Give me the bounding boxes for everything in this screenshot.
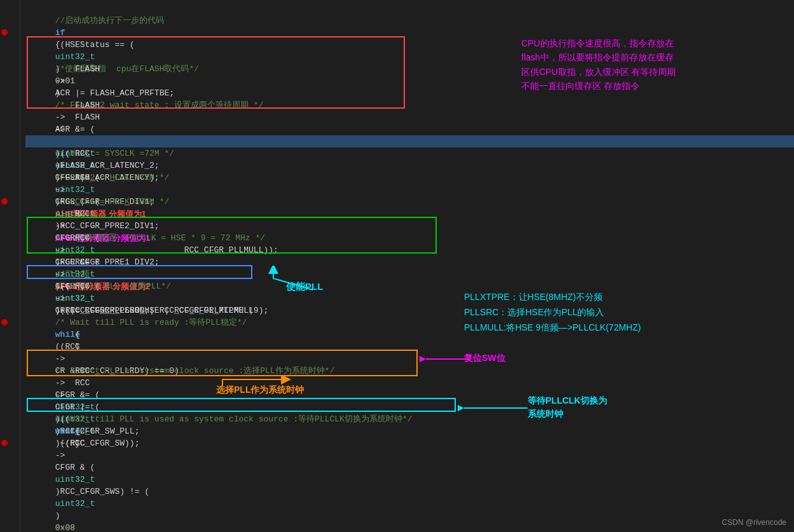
ln-16 [0, 184, 20, 196]
ln-32 [0, 377, 20, 389]
ln-14 [0, 160, 20, 172]
ln-21 [0, 244, 20, 256]
ln-7 [0, 75, 20, 87]
ln-10 [0, 111, 20, 123]
code-line-6 [25, 63, 794, 75]
ln-24 [0, 280, 20, 292]
ln-5 [0, 51, 20, 63]
code-line-5: FLASH -> ACR |= FLASH_ACR_PRFTBE; [25, 51, 794, 63]
ln-42 [0, 498, 20, 510]
code-line-17: RCC -> CFGR |= ( uint32_t )RCC_CFGR_PPRE… [25, 196, 794, 208]
code-line-8: FLASH -> ACR &= ( uint32_t )(( uint32_t … [25, 87, 794, 99]
code-area: //启动成功执行下一步的代码 if (HSEStatus == ( uint32… [20, 0, 794, 532]
code-line-31: RCC -> CFGR |= ( uint32_t )RCC_CFGR_SW_P… [25, 365, 794, 377]
code-line-23: RCC -> CR |= RCC_CR_PLLON; [25, 268, 794, 280]
code-line-7: /* Flash 2 wait state : 设置成两个等待周期 */ [25, 75, 794, 87]
code-36-indent: } [55, 439, 80, 448]
type-34b: uint32_t [55, 499, 95, 508]
code-line-26: while ((RCC -> CR & RCC_CR_PLLRDY) == 0) [25, 304, 794, 317]
ln-13 [0, 147, 20, 160]
code-line-35: { [25, 413, 794, 425]
code-line-32 [25, 377, 794, 389]
ln-26 [0, 304, 20, 317]
ln-2 [0, 15, 20, 27]
ln-41 [0, 486, 20, 498]
main-container: //启动成功执行下一步的代码 if (HSEStatus == ( uint32… [0, 0, 794, 532]
ln-43 [0, 510, 20, 522]
ln-25 [0, 292, 20, 304]
code-34c: )RCC_CFGR_SWS) != ( [55, 487, 149, 496]
code-line-4: /*使能预取指 cpu在FLASH取代码*/ [25, 39, 794, 51]
ln-40 [0, 474, 20, 486]
type-34: uint32_t [55, 475, 95, 484]
code-line-14: RCC -> CFGR |= ( uint32_t )RCC_CFGR_PPRE… [25, 160, 794, 172]
ln-39 [0, 461, 20, 474]
code-line-13: /* PCLK2 = HCLK =72M */ [25, 147, 794, 160]
code-line-1: //启动成功执行下一步的代码 [25, 3, 794, 15]
ln-3 [0, 27, 20, 39]
code-line-22: /* Enable PLL :使能PLL*/ [25, 256, 794, 268]
ln-12 [0, 135, 20, 147]
code-line-19: RCC -> CFGR &= ( uint32_t )(( uint32_t )… [25, 220, 794, 232]
code-line-11: /* HCLK = SYSCLK =72M */ [25, 123, 794, 135]
code-line-36: } [25, 425, 794, 437]
ln-30 [0, 353, 20, 365]
ln-19 [0, 220, 20, 232]
ln-6 [0, 63, 20, 75]
code-line-34: while ((RCC -> CFGR & ( uint32_t )RCC_CF… [25, 401, 794, 413]
ln-11 [0, 123, 20, 135]
watermark: CSDN @rivencode [722, 518, 786, 527]
ln-18 [0, 208, 20, 220]
code-line-15: /* PCLK1 = HCLK =36M */ [25, 172, 794, 184]
code-line-18: /* 锁相环配置: PLLCLK = HSE * 9 = 72 MHz */ [25, 208, 794, 220]
ln-22 [0, 256, 20, 268]
code-line-20: RCC_CFGR_PLLMULL)); [25, 232, 794, 244]
code-line-3: { [25, 27, 794, 39]
ln-27 [0, 317, 20, 329]
line-numbers [0, 0, 20, 532]
code-line-33: /* Wait till PLL is used as system clock… [25, 389, 794, 401]
ln-9 [0, 99, 20, 111]
code-line-24 [25, 280, 794, 292]
code-34d: ) [55, 511, 60, 521]
code-line-10 [25, 111, 794, 123]
ln-15 [0, 172, 20, 184]
code-line-30: RCC -> CFGR &= ( uint32_t )(( uint32_t )… [25, 353, 794, 365]
ln-20 [0, 232, 20, 244]
ln-1 [0, 3, 20, 15]
ln-36 [0, 425, 20, 437]
ln-28 [0, 329, 20, 341]
ln-17 [0, 196, 20, 208]
ln-34 [0, 401, 20, 413]
code-line-25: /* Wait till PLL is ready :等待PLL稳定*/ [25, 292, 794, 304]
ln-35 [0, 413, 20, 425]
code-line-9: FLASH -> ACR |= ( uint32_t )FLASH_ACR_LA… [25, 99, 794, 111]
code-line-27: { [25, 317, 794, 329]
code-line-21: RCC -> CFGR |= ( uint32_t )(RCC_CFGR_PLL… [25, 244, 794, 256]
ln-29 [0, 341, 20, 353]
ln-38 [0, 449, 20, 461]
ln-33 [0, 389, 20, 401]
ln-23 [0, 268, 20, 280]
code-line-12: RCC -> CFGR |= ( uint32_t )RCC_CFGR_HPRE… [25, 135, 794, 147]
hex-34: 0x08 [55, 523, 75, 532]
ln-8 [0, 87, 20, 99]
code-34b: CFGR & ( [55, 463, 95, 472]
arrow-34: -> [55, 451, 65, 460]
code-line-16 [25, 184, 794, 196]
code-line-2: if (HSEStatus == ( uint32_t ) 0x01 ) [25, 15, 794, 27]
ln-31 [0, 365, 20, 377]
ln-37 [0, 437, 20, 449]
code-line-29: /* Select PLL as system clock source :选择… [25, 341, 794, 353]
code-line-28: } [25, 329, 794, 341]
ln-4 [0, 39, 20, 51]
